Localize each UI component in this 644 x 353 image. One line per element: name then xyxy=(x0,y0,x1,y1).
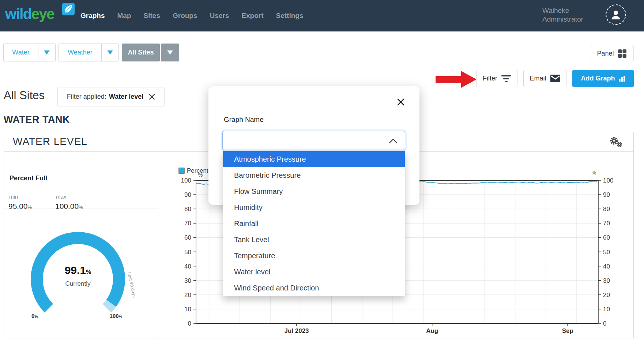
dropdown-option[interactable]: Wind Speed and Direction xyxy=(223,280,405,296)
y-axis-label: 10 xyxy=(603,306,610,313)
nav-item-export[interactable]: Export xyxy=(241,12,263,20)
y-axis-label: 80 xyxy=(603,206,610,213)
svg-text:100%: 100% xyxy=(110,313,123,319)
person-icon xyxy=(610,9,621,20)
avatar[interactable] xyxy=(606,4,626,25)
gauge-chart: 99.1%CurrentlyLast 90 days0%100% xyxy=(4,152,158,338)
svg-text:99.1%: 99.1% xyxy=(65,264,91,276)
water-dropdown-label: Water xyxy=(4,44,38,61)
water-dropdown[interactable]: Water xyxy=(3,44,56,61)
chip-value: Water level xyxy=(109,93,143,101)
y-axis-label: 40 xyxy=(603,263,610,270)
y-axis-label: 60 xyxy=(603,234,610,241)
logo-leaf-badge xyxy=(62,3,75,15)
x-axis-label: Jul 2023 xyxy=(284,327,309,334)
wildeye-logo[interactable]: wildeye xyxy=(5,6,54,22)
envelope-icon xyxy=(550,75,560,82)
nav-item-graphs[interactable]: Graphs xyxy=(80,12,105,20)
weather-dropdown-arrow[interactable] xyxy=(101,44,118,61)
add-graph-button-label: Add Graph xyxy=(581,75,615,82)
email-button[interactable]: Email xyxy=(523,70,566,87)
grid-icon xyxy=(618,49,627,58)
settings-gears-icon[interactable] xyxy=(605,134,631,150)
red-arrow xyxy=(436,71,477,88)
all-sites-label: All Sites xyxy=(128,49,154,56)
nav-item-groups[interactable]: Groups xyxy=(173,12,197,20)
chevron-up-icon xyxy=(388,138,398,144)
nav-item-sites[interactable]: Sites xyxy=(144,12,160,20)
panel-button-label: Panel xyxy=(597,50,614,57)
y-axis-label: 30 xyxy=(603,277,610,284)
dropdown-option[interactable]: Temperature xyxy=(223,248,405,264)
all-sites-dropdown[interactable]: All Sites xyxy=(122,44,160,61)
caret-down-icon xyxy=(44,50,50,55)
filter-button-label: Filter xyxy=(483,75,497,82)
add-graph-button[interactable]: Add Graph xyxy=(572,70,634,87)
y-axis-label: 20 xyxy=(603,292,610,298)
dropdown-option[interactable]: Rainfall xyxy=(223,215,405,232)
y-axis-label: 80 xyxy=(184,206,191,213)
chip-close-icon[interactable] xyxy=(149,94,155,100)
panel-title: WATER LEVEL xyxy=(13,132,87,151)
page-title: All Sites xyxy=(4,89,45,102)
y-axis-label: 20 xyxy=(184,292,191,298)
dropdown-option[interactable]: Flow Summary xyxy=(223,183,405,199)
y-axis-label: 50 xyxy=(184,249,191,256)
filter-applied-chip: Filter applied: Water level xyxy=(57,87,165,106)
caret-down-icon xyxy=(167,50,173,55)
user-name-line2: Administrator xyxy=(542,15,583,24)
bar-chart-icon xyxy=(619,75,625,82)
weather-dropdown-label: Weather xyxy=(59,44,101,61)
weather-dropdown[interactable]: Weather xyxy=(59,44,119,61)
y-axis-label: 50 xyxy=(603,249,610,256)
dropdown-option[interactable]: Barometric Pressure xyxy=(223,167,405,183)
filter-icon xyxy=(501,75,511,82)
y-axis-label: 90 xyxy=(603,191,610,198)
svg-text:0%: 0% xyxy=(31,313,38,319)
y-axis-label: 70 xyxy=(603,220,610,227)
x-axis-label: Sep xyxy=(562,327,573,334)
nav-item-settings[interactable]: Settings xyxy=(276,12,304,20)
graph-name-select[interactable] xyxy=(222,131,405,150)
site-section-title: WATER TANK xyxy=(4,114,70,125)
y-axis-label: 60 xyxy=(184,234,191,241)
chip-prefix: Filter applied: xyxy=(67,93,106,101)
dropdown-option[interactable]: Humidity xyxy=(223,199,405,215)
y-axis-label: 100 xyxy=(603,177,613,184)
svg-text:Last 90 days: Last 90 days xyxy=(127,272,137,298)
gauge-column: Percent Full min max 95.00% 100.00% 99.1… xyxy=(4,152,158,338)
y-axis-label: 0 xyxy=(188,320,191,327)
dropdown-option[interactable]: Atmospheric Pressure xyxy=(223,151,405,167)
logo-part-eye: eye xyxy=(31,6,54,22)
leaf-icon xyxy=(62,3,75,15)
all-sites-dropdown-arrow[interactable] xyxy=(161,44,179,61)
caret-down-icon xyxy=(107,50,113,55)
navbar: wildeye GraphsMapSitesGroupsUsersExportS… xyxy=(0,0,644,31)
y-axis-label: 100 xyxy=(181,177,191,184)
y-axis-label: 40 xyxy=(184,263,191,270)
svg-text:Currently: Currently xyxy=(65,280,91,287)
filter-button[interactable]: Filter xyxy=(476,70,517,87)
x-axis-label: Aug xyxy=(426,327,438,334)
user-name-line1: Waiheke xyxy=(542,6,583,15)
email-button-label: Email xyxy=(530,75,546,82)
graph-name-label: Graph Name xyxy=(224,116,264,124)
water-dropdown-arrow[interactable] xyxy=(38,44,55,61)
nav-item-map[interactable]: Map xyxy=(117,12,131,20)
modal-close-icon[interactable] xyxy=(395,96,407,108)
y-axis-label: 90 xyxy=(184,191,191,198)
graph-name-option-list: Atmospheric PressureBarometric PressureF… xyxy=(223,151,405,296)
svg-text:%: % xyxy=(592,170,596,176)
y-axis-label: 30 xyxy=(184,277,191,284)
logo-part-wild: wild xyxy=(5,6,31,22)
y-axis-label: 10 xyxy=(184,306,191,313)
y-axis-label: 0 xyxy=(603,320,606,327)
dropdown-option[interactable]: Water level xyxy=(223,264,405,280)
panel-button[interactable]: Panel xyxy=(590,45,634,62)
nav-item-users[interactable]: Users xyxy=(210,12,229,20)
nav-menu: GraphsMapSitesGroupsUsersExportSettings xyxy=(80,0,303,31)
dropdown-option[interactable]: Tank Level xyxy=(223,232,405,248)
y-axis-label: 70 xyxy=(184,220,191,227)
user-name: Waiheke Administrator xyxy=(542,6,583,24)
